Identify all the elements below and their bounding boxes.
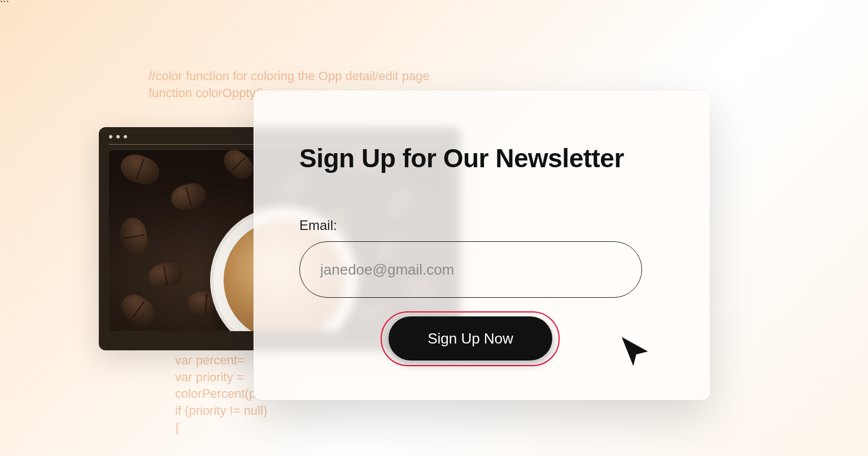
- cursor-icon: [617, 334, 652, 369]
- email-input[interactable]: [299, 241, 642, 298]
- dot-icon: [116, 135, 120, 138]
- dot-icon: [124, 135, 127, 138]
- email-label: Email:: [299, 218, 664, 233]
- sign-up-button[interactable]: Sign Up Now: [389, 316, 552, 361]
- dot-icon: [109, 135, 112, 138]
- card-title: Sign Up for Our Newsletter: [299, 143, 664, 173]
